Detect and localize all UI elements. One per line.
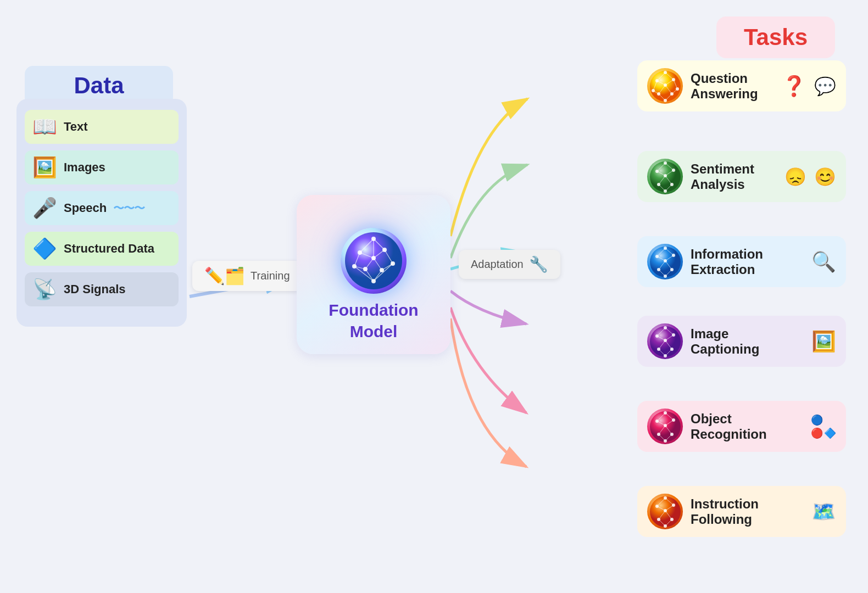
task-obj-rec-label: ObjectRecognition xyxy=(691,411,803,442)
data-item-speech-label: Speech xyxy=(64,201,107,215)
training-box: ✏️🗂️ Training xyxy=(192,261,302,291)
svg-point-27 xyxy=(371,256,376,260)
sphere-info-ext xyxy=(647,244,683,279)
svg-point-132 xyxy=(657,518,660,521)
structured-icon: 🔷 xyxy=(32,237,57,260)
svg-point-134 xyxy=(664,524,667,528)
svg-point-133 xyxy=(670,518,674,521)
images-icon: 🖼️ xyxy=(32,156,57,179)
svg-point-97 xyxy=(655,334,659,338)
svg-point-49 xyxy=(664,83,667,87)
svg-point-70 xyxy=(664,189,667,193)
svg-point-102 xyxy=(664,354,667,357)
img-cap-icon: 🖼️ xyxy=(811,330,836,353)
data-item-3d-label: 3D Signals xyxy=(64,282,125,296)
data-item-3d: 📡 3D Signals xyxy=(25,272,179,306)
3d-icon: 📡 xyxy=(32,278,57,301)
task-card-img-cap: ImageCaptioning 🖼️ xyxy=(637,316,846,367)
data-item-speech: 🎤 Speech 〜〜〜 xyxy=(25,191,179,225)
svg-point-116 xyxy=(657,433,660,436)
training-icon: ✏️🗂️ xyxy=(204,266,245,286)
svg-point-115 xyxy=(664,424,667,427)
sentiment-sad-icon: 😞 xyxy=(784,166,806,187)
svg-point-100 xyxy=(657,348,660,351)
svg-point-51 xyxy=(676,87,679,91)
obj-rec-icon: 🔵🔴🔷 xyxy=(811,414,836,439)
data-item-images: 🖼️ Images xyxy=(25,150,179,184)
svg-point-80 xyxy=(664,247,667,250)
svg-point-113 xyxy=(655,419,659,423)
sphere-instr xyxy=(647,494,683,529)
task-sentiment-label: SentimentAnalysis xyxy=(691,161,777,192)
svg-point-85 xyxy=(670,268,674,271)
adaptation-label: Adaptation xyxy=(471,258,524,271)
sphere-sentiment xyxy=(647,159,683,194)
data-item-structured: 🔷 Structured Data xyxy=(25,232,179,266)
svg-point-130 xyxy=(672,504,675,507)
svg-point-68 xyxy=(657,183,660,186)
foundation-sphere xyxy=(341,228,407,294)
adaptation-icon: 🔧 xyxy=(529,255,548,273)
text-icon: 📖 xyxy=(32,115,57,138)
svg-point-48 xyxy=(672,78,675,81)
svg-point-54 xyxy=(664,99,667,102)
task-img-cap-label: ImageCaptioning xyxy=(691,326,804,357)
svg-point-64 xyxy=(664,161,667,165)
svg-point-86 xyxy=(664,275,667,278)
svg-point-84 xyxy=(657,268,660,271)
svg-point-129 xyxy=(655,505,659,508)
svg-point-114 xyxy=(672,418,675,422)
task-info-ext-label: InformationExtraction xyxy=(691,247,804,277)
svg-point-46 xyxy=(664,71,667,74)
wave-icon: 〜〜〜 xyxy=(113,201,144,216)
qa-chat-icon: 💬 xyxy=(814,76,836,97)
svg-point-32 xyxy=(371,279,376,283)
svg-point-112 xyxy=(664,411,667,415)
svg-point-31 xyxy=(380,268,384,272)
svg-point-82 xyxy=(672,254,675,257)
svg-point-66 xyxy=(672,169,675,172)
svg-point-118 xyxy=(664,439,667,443)
data-item-text-label: Text xyxy=(64,120,88,134)
data-item-images-label: Images xyxy=(64,160,105,175)
foundation-model-box: FoundationModel xyxy=(297,195,450,354)
sentiment-happy-icon: 😊 xyxy=(814,166,836,187)
svg-point-65 xyxy=(655,170,659,173)
task-card-instr: InstructionFollowing 🗺️ xyxy=(637,486,846,537)
task-qa-label: QuestionAnswering xyxy=(691,71,774,102)
instr-icon: 🗺️ xyxy=(811,500,836,523)
tasks-section-title: Tasks xyxy=(716,16,835,58)
task-card-obj-rec: ObjectRecognition 🔵🔴🔷 xyxy=(637,401,846,452)
info-ext-icon: 🔍 xyxy=(811,250,836,273)
svg-point-101 xyxy=(670,348,674,351)
speech-icon: 🎤 xyxy=(32,197,57,220)
svg-point-69 xyxy=(670,183,674,186)
svg-point-131 xyxy=(664,509,667,512)
svg-point-83 xyxy=(664,259,667,262)
data-item-text: 📖 Text xyxy=(25,110,179,144)
svg-point-50 xyxy=(652,89,655,92)
sphere-qa xyxy=(647,68,683,104)
svg-point-99 xyxy=(664,339,667,342)
task-card-info-ext: InformationExtraction 🔍 xyxy=(637,236,846,287)
svg-point-96 xyxy=(664,326,667,329)
svg-point-29 xyxy=(391,261,395,266)
svg-point-53 xyxy=(670,92,674,96)
data-item-structured-label: Structured Data xyxy=(64,242,154,256)
qa-icon: ❓ xyxy=(782,75,806,98)
sphere-obj-rec xyxy=(647,409,683,444)
svg-point-26 xyxy=(382,248,387,252)
sphere-img-cap xyxy=(647,323,683,359)
task-instr-label: InstructionFollowing xyxy=(691,496,804,527)
adaptation-box: Adaptation 🔧 xyxy=(459,250,560,279)
svg-point-30 xyxy=(363,267,368,271)
svg-point-25 xyxy=(358,250,362,255)
svg-point-24 xyxy=(371,237,376,241)
svg-point-52 xyxy=(657,92,660,96)
task-card-qa: QuestionAnswering ❓ 💬 xyxy=(637,60,846,111)
svg-point-47 xyxy=(655,79,659,82)
data-panel: 📖 Text 🖼️ Images 🎤 Speech 〜〜〜 🔷 Structur… xyxy=(16,99,187,327)
svg-point-81 xyxy=(655,255,659,258)
task-card-sentiment: SentimentAnalysis 😞 😊 xyxy=(637,151,846,202)
svg-point-98 xyxy=(672,333,675,337)
